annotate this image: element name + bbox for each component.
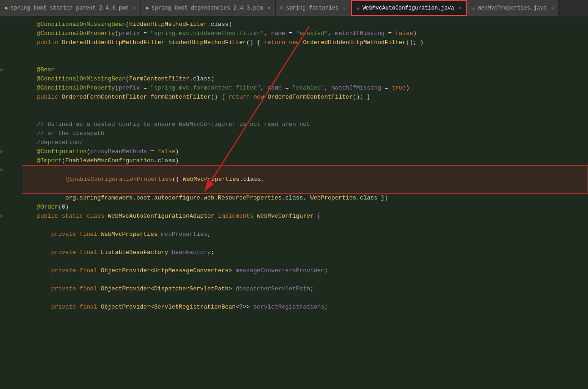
code-lines: @ConditionalOnMissingBean(HiddenHttpMeth… [0,16,588,315]
code-line-highlight: ▷ @EnableConfigurationProperties({ WebMv… [23,165,588,194]
code-line-18: org.springframework.boot.autoconfigure.w… [23,194,588,203]
pom-icon: ◆ [5,5,8,11]
close-icon-3[interactable]: ✕ [343,5,346,11]
code-line-5 [23,56,588,65]
code-line-23 [23,239,588,248]
code-line-13: // on the classpath [23,129,588,138]
tab-bar: ◆ spring-boot-starter-parent-2.4.3.pom ✕… [0,0,588,16]
java-icon-2: ☕ [472,5,475,11]
code-line-29 [23,294,588,303]
code-line-21 [23,221,588,230]
code-line-9: public OrderedFormContentFilter formCont… [23,93,588,102]
code-line-20: ▷ public static class WebMvcAutoConfigur… [23,212,588,221]
tab-factories[interactable]: ⚙ spring.factories ✕ [276,0,351,16]
factories-icon: ⚙ [280,5,283,11]
close-icon-4[interactable]: ✕ [459,5,462,11]
code-line-12: // Defined as a nested config to ensure … [23,120,588,129]
code-line-11 [23,111,588,120]
code-line-8: @ConditionalOnProperty(prefix = "spring.… [23,84,588,93]
tab-label-webmvc: WebMvcAutoConfiguration.java [362,5,454,11]
code-line-10 [23,102,588,111]
java-icon-1: ☕ [357,5,360,11]
code-line-27 [23,275,588,284]
tab-webmvc[interactable]: ☕ WebMvcAutoConfiguration.java ✕ [351,0,467,16]
code-line-14: /deprecation/ [23,138,588,147]
close-icon-5[interactable]: ✕ [551,5,554,11]
code-line-16: @Import(EnableWebMvcConfiguration.class) [23,156,588,165]
code-line-30: private final ObjectProvider<ServletRegi… [23,303,588,312]
code-line-7: @ConditionalOnMissingBean(FormContentFil… [23,75,588,84]
code-line-24: private final ListableBeanFactory beanFa… [23,248,588,257]
code-line-25 [23,257,588,266]
tab-pom1[interactable]: ◆ spring-boot-starter-parent-2.4.3.pom ✕ [0,0,141,16]
tab-webmvcprops[interactable]: ☕ WebMvcProperties.java ✕ [467,0,559,16]
code-line-2: @ConditionalOnProperty(prefix = "spring.… [23,29,588,38]
code-line-22: private final WebMvcProperties mvcProper… [23,230,588,239]
code-line-3: public OrderedHiddenHttpMethodFilter hid… [23,38,588,47]
code-line-26: private final ObjectProvider<HttpMessage… [23,266,588,275]
close-icon-2[interactable]: ✕ [267,5,271,11]
tab-label-pom1: spring-boot-starter-parent-2.4.3.pom [10,5,128,11]
code-line-28: private final ObjectProvider<DispatcherS… [23,284,588,294]
code-line-6: ▷ @Bean [23,65,588,75]
close-icon-1[interactable]: ✕ [133,5,136,11]
code-line-15: ▷ @Configuration(proxyBeanMethods = fals… [23,147,588,156]
tab-label-pom2: spring-boot-dependencies-2.4.3.pom [151,5,263,11]
pom-icon-2: ◆ [146,5,149,11]
tab-label-webmvcprops: WebMvcProperties.java [478,5,547,11]
tab-pom2[interactable]: ◆ spring-boot-dependencies-2.4.3.pom ✕ [141,0,276,16]
code-area: @ConditionalOnMissingBean(HiddenHttpMeth… [0,16,588,389]
tab-label-factories: spring.factories [286,5,338,11]
code-line-4 [23,47,588,56]
code-line-1: @ConditionalOnMissingBean(HiddenHttpMeth… [23,20,588,29]
code-line-19: @Order(0) [23,203,588,212]
